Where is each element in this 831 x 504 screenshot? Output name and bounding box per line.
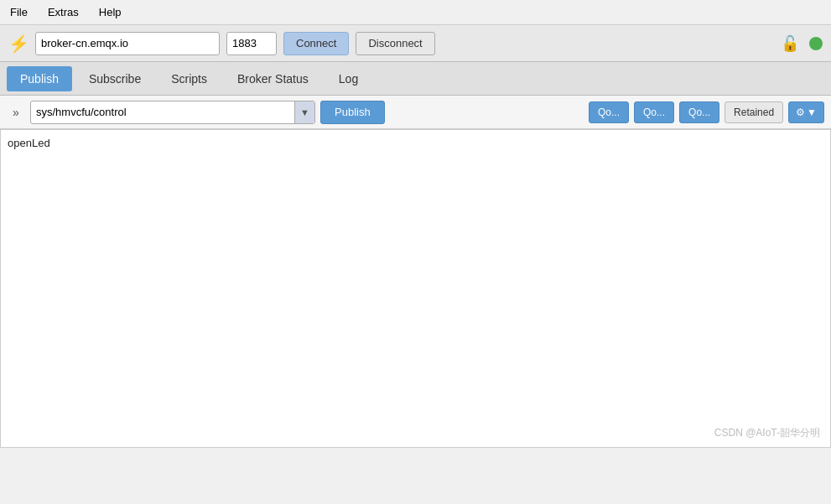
- menu-extras[interactable]: Extras: [44, 3, 82, 22]
- toolbar: ⚡ Connect Disconnect 🔓: [0, 25, 831, 62]
- lock-icon: 🔓: [781, 34, 799, 53]
- tab-log[interactable]: Log: [325, 66, 371, 91]
- lightning-icon: ⚡: [8, 34, 29, 54]
- status-dot: [809, 37, 823, 50]
- message-area[interactable]: openLed CSDN @AIoT-韶华分明: [0, 129, 831, 448]
- topic-input-wrap: ▼: [30, 101, 315, 124]
- menu-bar: File Extras Help: [0, 0, 831, 25]
- port-input[interactable]: [226, 32, 277, 55]
- settings-button[interactable]: ⚙ ▼: [788, 101, 824, 123]
- tab-subscribe[interactable]: Subscribe: [75, 66, 154, 91]
- topic-bar: » ▼ Publish Qo... Qo... Qo... Retained ⚙…: [0, 96, 831, 129]
- settings-dropdown-icon: ▼: [807, 107, 817, 118]
- host-input[interactable]: [35, 32, 220, 55]
- message-area-wrapper: openLed CSDN @AIoT-韶华分明: [0, 129, 831, 504]
- message-content: openLed: [8, 137, 50, 149]
- topic-input[interactable]: [31, 106, 294, 118]
- tab-bar: Publish Subscribe Scripts Broker Status …: [0, 62, 831, 96]
- tab-broker-status[interactable]: Broker Status: [224, 66, 322, 91]
- qos-1-button[interactable]: Qo...: [634, 101, 674, 123]
- watermark: CSDN @AIoT-韶华分明: [714, 426, 820, 440]
- disconnect-button[interactable]: Disconnect: [356, 32, 434, 55]
- qos-0-button[interactable]: Qo...: [589, 101, 629, 123]
- tab-publish[interactable]: Publish: [7, 66, 72, 91]
- main-content: openLed CSDN @AIoT-韶华分明: [0, 129, 831, 504]
- qos-2-button[interactable]: Qo...: [679, 101, 719, 123]
- tab-scripts[interactable]: Scripts: [158, 66, 221, 91]
- expand-icon[interactable]: »: [7, 103, 25, 122]
- menu-file[interactable]: File: [7, 3, 31, 22]
- connect-button[interactable]: Connect: [283, 32, 349, 55]
- settings-icon: ⚙: [796, 107, 805, 118]
- retained-button[interactable]: Retained: [725, 101, 783, 123]
- publish-button[interactable]: Publish: [320, 101, 385, 124]
- topic-dropdown-button[interactable]: ▼: [294, 101, 314, 123]
- menu-help[interactable]: Help: [96, 3, 125, 22]
